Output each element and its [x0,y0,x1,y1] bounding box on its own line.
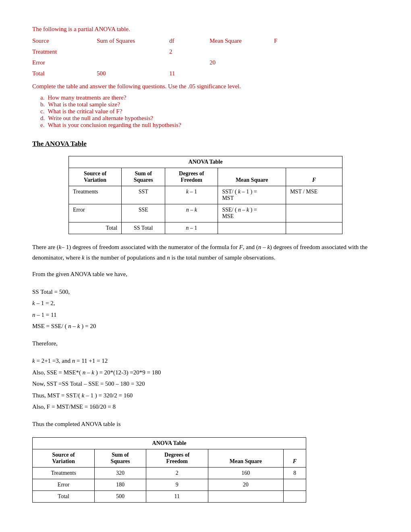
t1-error-df: n – k [165,204,218,222]
t1-total-source: Total [69,222,122,234]
t1-treatments-f: MST / MSE [286,186,342,204]
q-text-a: How many treatments are there? [48,94,126,101]
anova-table1-wrapper: ANOVA Table Source ofVariation Sum ofSqu… [32,156,379,234]
col-f: F [286,168,342,186]
intro-row-treatment: Treatment 2 [32,46,379,57]
math-line1: SS Total = 500, [32,286,379,298]
t2-error-ss: 180 [95,479,146,491]
treatment-f [274,46,298,57]
q-text-e: What is your conclusion regarding the nu… [48,122,181,129]
q-label-c: c. [32,108,44,115]
error-f [274,57,298,68]
para3-text: Therefore, [32,339,379,349]
calc-line1: k = 2+1 =3, and n = 11 +1 = 12 [32,355,379,367]
question-b: b. What is the total sample size? [32,101,379,108]
table2-row-treatments: Treatments 320 2 160 8 [33,468,306,479]
intro-section: The following is a partial ANOVA table. … [32,24,379,129]
total-ss: 500 [97,68,169,79]
para2-text: From the given ANOVA table we have, [32,269,379,280]
t2-col-f: F [283,449,306,468]
calc-line2: Also, SSE = MSE*( n – k ) = 20*(12-3) =2… [32,367,379,378]
q-label-a: a. [32,94,44,101]
calc-block: k = 2+1 =3, and n = 11 +1 = 12 Also, SSE… [32,355,379,413]
treatment-ms [210,46,274,57]
anova-table1: ANOVA Table Source ofVariation Sum ofSqu… [68,156,342,234]
col-sum-squares: Sum ofSquares [122,168,165,186]
t1-error-ss: SSE [122,204,165,222]
error-ss [97,57,169,68]
t2-error-source: Error [33,479,95,491]
question-d: d. Write out the null and alternate hypo… [32,115,379,122]
t2-error-df: 9 [146,479,208,491]
error-ms: 20 [210,57,274,68]
math-line3: n – 1 = 11 [32,309,379,321]
q-text-b: What is the total sample size? [48,101,120,108]
anova-table2-wrapper: ANOVA Table Source ofVariation Sum ofSqu… [32,437,379,503]
table2-row-total: Total 500 11 [33,491,306,503]
t2-col-source: Source ofVariation [33,449,95,468]
section-title: The ANOVA Table [32,140,379,148]
paragraph2: From the given ANOVA table we have, [32,269,379,280]
treatment-ss [97,46,169,57]
table2-title-row: ANOVA Table [33,438,306,449]
para4-text: Thus the completed ANOVA table is [32,419,379,430]
t1-error-f [286,204,342,222]
anova-table2: ANOVA Table Source ofVariation Sum ofSqu… [32,437,306,503]
table1-row-error: Error SSE n – k SSE/ ( n – k ) =MSE [69,204,342,222]
q-label-d: d. [32,115,45,122]
q-label-e: e. [32,122,44,129]
header-f: F [274,35,298,46]
table2-row-error: Error 180 9 20 [33,479,306,491]
question-e: e. What is your conclusion regarding the… [32,122,379,129]
total-df: 11 [169,68,210,79]
table1-row-total: Total SS Total n – 1 [69,222,342,234]
q-label-b: b. [32,101,45,108]
t1-error-source: Error [69,204,122,222]
table2-title: ANOVA Table [33,438,306,449]
table1-title: ANOVA Table [69,156,342,168]
t2-treatments-ss: 320 [95,468,146,479]
t2-col-ss: Sum ofSquares [95,449,146,468]
calc-line5: Also, F = MST/MSE = 160/20 = 8 [32,401,379,413]
math-block: SS Total = 500, k – 1 = 2, n – 1 = 11 MS… [32,286,379,332]
t2-error-f [283,479,306,491]
paragraph1: There are (k– 1) degrees of freedom asso… [32,242,379,263]
col-source-variation: Source ofVariation [69,168,122,186]
error-df [169,57,210,68]
t1-treatments-source: Treatments [69,186,122,204]
instruction: Complete the table and answer the follow… [32,81,379,91]
q-text-c: What is the critical value of F? [48,108,122,115]
para1-text: There are (k– 1) degrees of freedom asso… [32,242,379,263]
t2-treatments-source: Treatments [33,468,95,479]
t2-treatments-df: 2 [146,468,208,479]
t1-total-f [286,222,342,234]
t2-treatments-ms: 160 [208,468,283,479]
table1-title-row: ANOVA Table [69,156,342,168]
col-mean-square: Mean Square [218,168,286,186]
total-source: Total [32,68,97,79]
error-source: Error [32,57,97,68]
col-degrees-freedom: Degrees ofFreedom [165,168,218,186]
total-ms [210,68,274,79]
intro-table-header: Source Sum of Squares df Mean Square F [32,35,379,46]
q-text-d: Write out the null and alternate hypothe… [48,115,153,122]
t2-total-f [283,491,306,503]
paragraph3: Therefore, [32,339,379,349]
t1-error-ms: SSE/ ( n – k ) =MSE [218,204,286,222]
questions-list: a. How many treatments are there? b. Wha… [32,94,379,129]
t1-treatments-df: k – 1 [165,186,218,204]
t1-total-df: n – 1 [165,222,218,234]
paragraph4: Thus the completed ANOVA table is [32,419,379,430]
calc-line3: Now, SST =SS Total – SSE = 500 – 180 = 3… [32,378,379,390]
t1-treatments-ms: SST/ ( k – 1 ) =MST [218,186,286,204]
intro-partial-table: Source Sum of Squares df Mean Square F T… [32,35,379,79]
question-a: a. How many treatments are there? [32,94,379,101]
question-c: c. What is the critical value of F? [32,108,379,115]
intro-row-error: Error 20 [32,57,379,68]
intro-row-total: Total 500 11 [32,68,379,79]
header-df: df [169,35,210,46]
treatment-df: 2 [169,46,210,57]
t2-total-source: Total [33,491,95,503]
t2-total-ms [208,491,283,503]
t2-total-df: 11 [146,491,208,503]
